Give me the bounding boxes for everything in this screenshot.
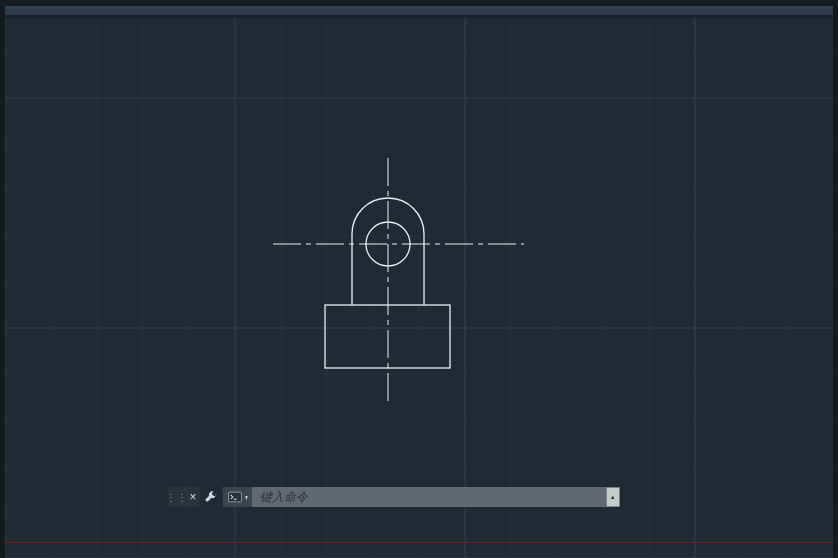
command-bar-expand-button[interactable]: ▴	[606, 487, 620, 507]
chevron-down-icon: ▾	[244, 493, 247, 502]
command-bar-customize-button[interactable]	[202, 487, 220, 507]
wrench-icon	[204, 490, 218, 504]
drawing	[5, 18, 833, 558]
ribbon-bar	[5, 7, 833, 15]
command-bar: ⋮⋮ × ▾ ▴	[168, 487, 620, 507]
command-input[interactable]	[252, 487, 606, 507]
command-bar-close-button[interactable]: ×	[186, 487, 200, 507]
terminal-prompt-icon	[228, 491, 242, 503]
command-bar-drag-handle[interactable]: ⋮⋮	[168, 487, 186, 507]
frame-right	[833, 6, 838, 558]
svg-rect-37	[228, 492, 241, 502]
command-prompt-dropdown[interactable]: ▾	[222, 487, 252, 507]
axis-baseline	[5, 542, 833, 543]
drawing-canvas[interactable]	[5, 18, 833, 558]
